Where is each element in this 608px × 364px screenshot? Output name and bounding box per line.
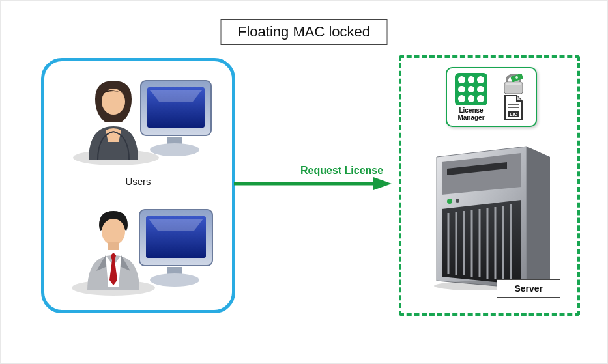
request-arrow-icon [233, 175, 392, 192]
license-manager-caption: LicenseManager [457, 107, 484, 121]
svg-point-27 [447, 199, 452, 204]
svg-point-3 [150, 143, 199, 156]
users-group: Users [41, 58, 235, 313]
svg-marker-29 [442, 200, 521, 285]
svg-marker-14 [373, 177, 392, 190]
lic-file-icon: LIC [501, 94, 526, 120]
license-manager-badge: LicenseManager [446, 67, 537, 127]
svg-point-28 [456, 199, 459, 203]
server-tower-icon [429, 141, 557, 290]
lock-icon [500, 74, 527, 94]
svg-point-11 [102, 219, 125, 245]
server-group: LicenseManager [399, 55, 580, 316]
user-female-with-pc-icon [69, 76, 219, 167]
diagram-canvas: Floating MAC locked [0, 0, 608, 364]
user-male-with-pc-icon [69, 206, 219, 297]
users-label: Users [125, 176, 151, 187]
keypad-icon [455, 73, 487, 105]
svg-point-9 [150, 273, 199, 287]
svg-marker-23 [527, 147, 550, 288]
svg-text:LIC: LIC [510, 112, 517, 117]
diagram-title: Floating MAC locked [220, 19, 388, 45]
svg-rect-12 [108, 242, 119, 250]
server-label: Server [497, 279, 560, 298]
